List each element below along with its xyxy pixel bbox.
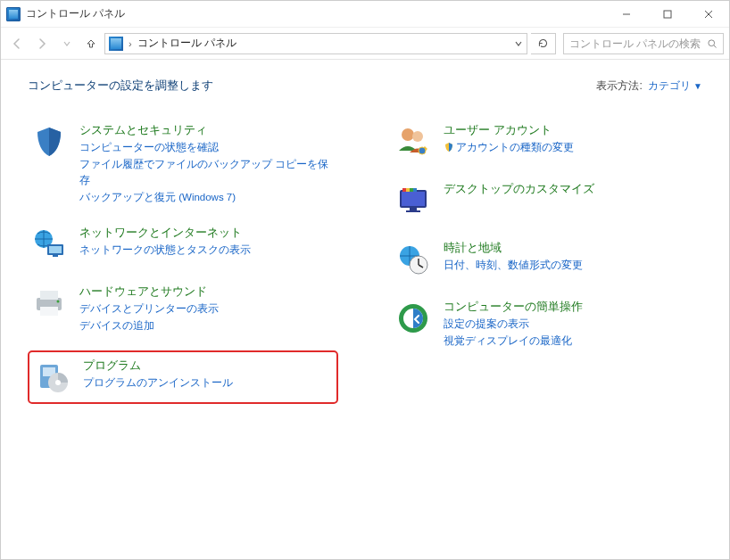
category-title[interactable]: ハードウェアとサウンド <box>79 284 219 300</box>
right-column: ユーザー アカウント アカウントの種類の変更 デスクトップのカスタマイズ <box>392 119 702 416</box>
shield-icon <box>29 122 69 161</box>
address-bar[interactable]: › コントロール パネル <box>104 33 527 54</box>
address-dropdown-icon[interactable] <box>514 39 523 48</box>
monitor-theme-icon <box>394 181 433 220</box>
close-button[interactable] <box>688 1 729 28</box>
category-link[interactable]: バックアップと復元 (Windows 7) <box>79 190 336 205</box>
svg-rect-22 <box>402 192 425 206</box>
svg-point-17 <box>55 380 61 385</box>
nav-bar: › コントロール パネル <box>1 28 729 60</box>
svg-line-5 <box>714 45 717 47</box>
category-title[interactable]: デスクトップのカスタマイズ <box>444 181 594 197</box>
forward-button[interactable] <box>31 33 53 54</box>
maximize-button[interactable] <box>647 1 688 28</box>
category-link[interactable]: ネットワークの状態とタスクの表示 <box>79 243 251 258</box>
titlebar: コントロール パネル <box>1 1 729 28</box>
address-icon <box>109 37 123 51</box>
category-link[interactable]: 視覚ディスプレイの最適化 <box>444 334 583 349</box>
minimize-button[interactable] <box>606 1 647 28</box>
svg-rect-25 <box>402 188 406 192</box>
category-link[interactable]: 日付、時刻、数値形式の変更 <box>444 258 583 273</box>
category-link[interactable]: 設定の提案の表示 <box>444 317 583 332</box>
svg-rect-26 <box>406 188 410 192</box>
back-button[interactable] <box>6 33 28 54</box>
view-by-label: 表示方法: <box>596 78 642 94</box>
search-icon <box>707 38 718 49</box>
category-link[interactable]: デバイスとプリンターの表示 <box>79 301 219 317</box>
svg-rect-1 <box>664 11 671 18</box>
category-ease-of-access: コンピューターの簡単操作 設定の提案の表示 視覚ディスプレイの最適化 <box>392 295 702 353</box>
category-system-security: システムとセキュリティ コンピューターの状態を確認 ファイル履歴でファイルのバッ… <box>28 119 338 209</box>
category-title[interactable]: ネットワークとインターネット <box>79 225 251 241</box>
view-by-dropdown[interactable]: カテゴリ ▼ <box>648 78 702 94</box>
svg-point-13 <box>57 301 60 303</box>
left-column: システムとセキュリティ コンピューターの状態を確認 ファイル履歴でファイルのバッ… <box>28 119 338 416</box>
svg-rect-28 <box>413 188 417 192</box>
svg-point-18 <box>402 128 414 141</box>
control-panel-icon <box>6 7 21 21</box>
svg-rect-12 <box>40 307 58 316</box>
category-link[interactable]: コンピューターの状態を確認 <box>79 140 336 155</box>
category-title[interactable]: 時計と地域 <box>444 240 583 256</box>
svg-rect-9 <box>53 255 58 257</box>
category-title[interactable]: ユーザー アカウント <box>444 122 574 138</box>
svg-rect-8 <box>49 246 62 253</box>
breadcrumb-text[interactable]: コントロール パネル <box>137 36 236 51</box>
category-programs-highlighted: プログラム プログラムのアンインストール <box>28 350 338 404</box>
window-title: コントロール パネル <box>26 6 125 21</box>
svg-point-19 <box>412 131 423 142</box>
category-title[interactable]: コンピューターの簡単操作 <box>444 299 583 315</box>
clock-globe-icon <box>394 240 433 279</box>
svg-point-20 <box>419 147 426 154</box>
category-desktop-customize: デスクトップのカスタマイズ <box>392 177 702 224</box>
category-columns: システムとセキュリティ コンピューターの状態を確認 ファイル履歴でファイルのバッ… <box>28 119 702 416</box>
svg-rect-27 <box>410 188 413 192</box>
content-header: コンピューターの設定を調整します 表示方法: カテゴリ ▼ <box>28 78 702 94</box>
category-hardware-sound: ハードウェアとサウンド デバイスとプリンターの表示 デバイスの追加 <box>28 280 338 338</box>
ease-access-icon <box>394 299 433 338</box>
page-title: コンピューターの設定を調整します <box>28 78 213 94</box>
up-button[interactable] <box>81 34 101 54</box>
svg-rect-23 <box>410 208 417 210</box>
chevron-down-icon: ▼ <box>693 81 702 91</box>
category-user-accounts: ユーザー アカウント アカウントの種類の変更 <box>392 119 702 165</box>
globe-monitor-icon <box>29 225 69 264</box>
search-input[interactable] <box>569 37 701 50</box>
printer-icon <box>29 284 69 323</box>
recent-dropdown[interactable] <box>56 33 78 54</box>
search-box[interactable] <box>563 33 724 54</box>
content-area: コンピューターの設定を調整します 表示方法: カテゴリ ▼ システムとセキュリテ… <box>1 60 729 434</box>
category-link[interactable]: デバイスの追加 <box>79 318 219 334</box>
svg-rect-24 <box>406 210 420 212</box>
view-by: 表示方法: カテゴリ ▼ <box>596 78 702 94</box>
category-title[interactable]: プログラム <box>83 358 233 374</box>
category-title[interactable]: システムとセキュリティ <box>79 122 336 138</box>
disc-box-icon <box>33 358 72 397</box>
category-network: ネットワークとインターネット ネットワークの状態とタスクの表示 <box>28 221 338 268</box>
refresh-button[interactable] <box>531 33 556 54</box>
category-link-shielded[interactable]: アカウントの種類の変更 <box>444 140 574 155</box>
category-link[interactable]: プログラムのアンインストール <box>83 375 233 391</box>
breadcrumb-separator: › <box>129 38 132 49</box>
svg-rect-11 <box>40 291 58 300</box>
people-icon <box>394 122 433 161</box>
category-link[interactable]: ファイル履歴でファイルのバックアップ コピーを保存 <box>79 157 336 188</box>
svg-point-4 <box>709 39 715 45</box>
category-clock-region: 時計と地域 日付、時刻、数値形式の変更 <box>392 236 702 283</box>
window-controls <box>606 1 729 28</box>
